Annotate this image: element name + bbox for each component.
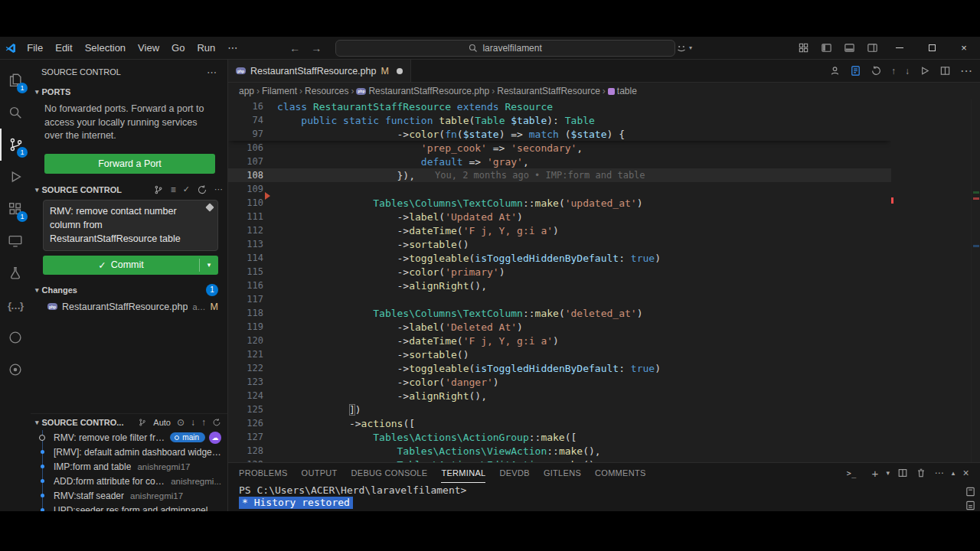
copilot-icon[interactable]: ▾	[675, 42, 692, 54]
commit-list-item[interactable]: UPD:seeder res form and adminpanelprov..…	[31, 503, 227, 511]
commit-message-input[interactable]: RMV: remove contact number column from R…	[43, 200, 218, 251]
line-number[interactable]: 74	[228, 115, 263, 126]
customize-layout-icon[interactable]	[792, 40, 815, 57]
code-line-128[interactable]: 128 Tables\Actions\ViewAction::make(),	[228, 444, 891, 458]
line-number[interactable]: 97	[228, 129, 263, 139]
code-line-106[interactable]: 106 'prep_cook' => 'secondary',	[228, 141, 891, 155]
dirty-indicator-icon[interactable]	[397, 68, 403, 74]
code-line-97[interactable]: 97 ->color(fn($state) => match ($state) …	[228, 127, 891, 141]
commit-button[interactable]: ✓ Commit ▾	[43, 256, 218, 275]
generate-commit-message-icon[interactable]	[205, 203, 214, 211]
menu-file[interactable]: File	[21, 40, 49, 56]
line-number[interactable]: 109	[228, 184, 263, 194]
code-line-126[interactable]: 126 ->actions([	[228, 416, 891, 430]
commit-list-item[interactable]: IMP:form and tableanishregmi17	[31, 459, 227, 474]
line-number[interactable]: 106	[228, 142, 263, 153]
scm-section-header[interactable]: ▾ SOURCE CONTROL ≡ ✓ ⋯	[31, 181, 227, 198]
line-number[interactable]: 122	[228, 363, 263, 373]
line-number[interactable]: 120	[228, 335, 263, 346]
line-number[interactable]: 16	[228, 101, 263, 112]
line-number[interactable]: 113	[228, 239, 263, 249]
remote-explorer-icon[interactable]	[0, 225, 31, 257]
panel-tab-output[interactable]: OUTPUT	[302, 463, 338, 483]
panel-tab-problems[interactable]: PROBLEMS	[239, 463, 288, 483]
code-editor[interactable]: 16class RestaurantStaffResource extends …	[228, 99, 980, 462]
toggle-blame-icon[interactable]	[829, 65, 841, 77]
toggle-secondary-sidebar-icon[interactable]	[861, 40, 884, 57]
line-number[interactable]: 110	[228, 197, 263, 208]
menu-selection[interactable]: Selection	[79, 40, 132, 56]
panel-tab-debug-console[interactable]: DEBUG CONSOLE	[351, 463, 428, 483]
run-debug-icon[interactable]	[0, 161, 31, 193]
line-number[interactable]: 121	[228, 349, 263, 360]
code-line-116[interactable]: 116 ->alignRight(),	[228, 279, 891, 292]
line-number[interactable]: 111	[228, 211, 263, 222]
run-file-icon[interactable]	[919, 65, 930, 77]
terminal-dropdown-icon[interactable]: ▾	[887, 469, 890, 477]
vscode-logo-icon[interactable]	[0, 42, 21, 54]
minimize-button[interactable]	[884, 37, 916, 60]
code-line-123[interactable]: 123 ->color('danger')	[228, 375, 891, 389]
code-line-127[interactable]: 127 Tables\Actions\ActionGroup::make([	[228, 430, 891, 444]
new-terminal-icon[interactable]: +	[871, 467, 878, 480]
command-center-search[interactable]: laravelfilament	[335, 40, 675, 57]
editor-scrollbar[interactable]	[971, 99, 980, 462]
fetch-icon[interactable]: ⊙	[177, 417, 185, 428]
sidebar-more-icon[interactable]: ⋯	[207, 67, 217, 78]
view-graph-icon[interactable]	[153, 184, 164, 195]
close-panel-icon[interactable]: ×	[963, 467, 969, 479]
panel-tab-terminal[interactable]: TERMINAL	[441, 463, 485, 483]
panel-side-icon-2[interactable]	[965, 500, 976, 511]
panel-tab-gitlens[interactable]: GITLENS	[544, 463, 581, 483]
line-number[interactable]: 107	[228, 156, 263, 167]
forward-port-button[interactable]: Forward a Port	[44, 154, 215, 174]
ports-section-header[interactable]: ▾ PORTS	[31, 84, 227, 99]
code-line-107[interactable]: 107 default => 'gray',	[228, 155, 891, 168]
line-number[interactable]: 124	[228, 390, 263, 401]
gitlens-icon[interactable]	[0, 321, 31, 354]
code-line-109[interactable]: 109	[228, 182, 891, 196]
code-line-119[interactable]: 119 ->label('Deleted At')	[228, 320, 891, 334]
code-line-108[interactable]: 108 }),You, 2 months ago • IMP:form and …	[228, 168, 891, 182]
terminal[interactable]: PS C:\Users\ACER\Herd\laravelfilament> *…	[228, 483, 980, 509]
breadcrumb-item-resources[interactable]: Resources	[305, 86, 348, 96]
snippets-icon[interactable]: {…}	[0, 289, 31, 321]
search-icon[interactable]	[0, 96, 31, 129]
changed-file-row[interactable]: php RestaurantStaffResource.php app\Fila…	[31, 299, 227, 315]
menu-edit[interactable]: Edit	[49, 40, 78, 56]
breadcrumb-item-restaurantstaffresource[interactable]: RestaurantStaffResource	[497, 86, 600, 96]
line-number[interactable]: 116	[228, 280, 263, 291]
code-line-115[interactable]: 115 ->color('primary')	[228, 265, 891, 279]
scm-more-icon[interactable]: ⋯	[214, 184, 223, 194]
line-number[interactable]: 108	[228, 170, 263, 181]
line-number[interactable]: 126	[228, 418, 263, 429]
refresh-icon[interactable]	[212, 418, 221, 427]
menu-go[interactable]: Go	[165, 40, 191, 56]
line-number[interactable]: 118	[228, 308, 263, 318]
panel-tab-devdb[interactable]: DEVDB	[499, 463, 529, 483]
todo-icon[interactable]	[0, 354, 31, 386]
breadcrumb-item-filament[interactable]: Filament	[262, 86, 297, 96]
explorer-icon[interactable]: 1	[0, 64, 31, 96]
line-number[interactable]: 125	[228, 404, 263, 415]
line-number[interactable]: 128	[228, 445, 263, 456]
panel-tab-comments[interactable]: COMMENTS	[595, 463, 646, 483]
line-number[interactable]: 114	[228, 253, 263, 263]
code-line-118[interactable]: 118 Tables\Columns\TextColumn::make('del…	[228, 306, 891, 320]
panel-more-icon[interactable]: ⋯	[934, 468, 943, 478]
code-line-120[interactable]: 120 ->dateTime('F j, Y, g:i a')	[228, 334, 891, 347]
next-change-icon[interactable]: ↓	[905, 66, 910, 77]
refresh-icon[interactable]	[197, 184, 207, 195]
commit-dropdown-icon[interactable]: ▾	[200, 256, 218, 275]
graph-section-header[interactable]: ▾ SOURCE CONTRO... Auto ⊙ ↓ ↑	[31, 414, 227, 430]
close-button[interactable]: ×	[948, 37, 980, 60]
source-control-icon[interactable]: 1	[0, 129, 31, 161]
code-line-125[interactable]: 125 ])	[228, 403, 891, 416]
code-line-111[interactable]: 111 ->label('Updated At')	[228, 210, 891, 223]
menu-view[interactable]: View	[132, 40, 165, 56]
code-line-121[interactable]: 121 ->sortable()	[228, 347, 891, 361]
editor-more-icon[interactable]: ⋯	[960, 64, 972, 78]
line-number[interactable]: 123	[228, 377, 263, 387]
minimap[interactable]	[891, 99, 971, 462]
open-changes-icon[interactable]	[850, 65, 861, 77]
